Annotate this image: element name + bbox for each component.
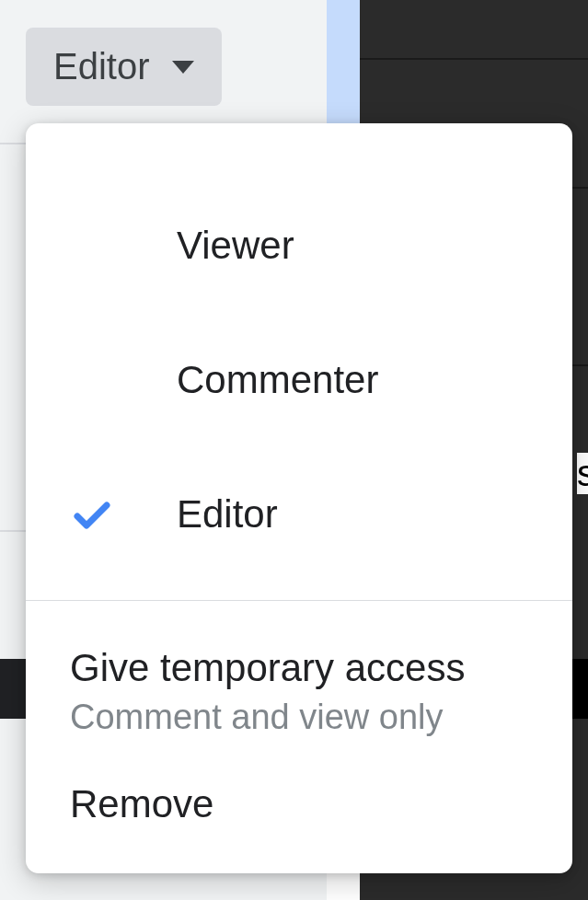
- action-label: Give temporary access: [70, 643, 528, 694]
- role-button-label: Editor: [53, 46, 150, 87]
- role-dropdown-menu: Viewer Commenter Editor Give temporary a…: [26, 123, 572, 873]
- role-dropdown-button[interactable]: Editor: [26, 28, 222, 106]
- menu-option-commenter[interactable]: Commenter: [26, 313, 572, 447]
- menu-action-temporary-access[interactable]: Give temporary access Comment and view o…: [26, 629, 572, 752]
- dark-row-divider: [360, 58, 588, 60]
- menu-option-label: Viewer: [177, 224, 294, 268]
- action-sublabel: Comment and view only: [70, 698, 528, 737]
- peek-text: s: [577, 453, 588, 494]
- menu-option-label: Commenter: [177, 358, 378, 402]
- menu-action-remove[interactable]: Remove: [26, 752, 572, 830]
- menu-option-viewer[interactable]: Viewer: [26, 179, 572, 313]
- menu-option-editor[interactable]: Editor: [26, 447, 572, 582]
- caret-down-icon: [172, 61, 194, 74]
- menu-option-label: Editor: [177, 492, 278, 537]
- selection-highlight: [327, 0, 360, 143]
- menu-divider: [26, 600, 572, 601]
- check-icon: [70, 492, 114, 537]
- action-label: Remove: [70, 779, 528, 830]
